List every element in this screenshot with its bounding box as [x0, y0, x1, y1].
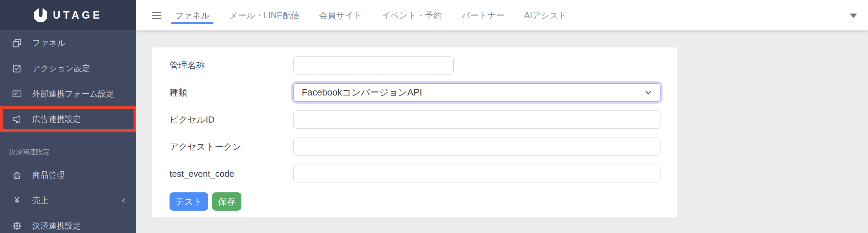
basket-icon — [11, 170, 23, 180]
hamburger-menu-icon[interactable] — [152, 12, 161, 19]
chevron-down-icon — [644, 88, 653, 97]
ad-integration-form-card: 管理名称 種類 FacebookコンバージョンAPI ピクセルID アクセストー… — [152, 47, 677, 217]
tab-mail-line-delivery[interactable]: メール・LINE配信 — [229, 0, 299, 30]
form-row-access-token: アクセストークン — [170, 137, 660, 156]
sidebar-item-label: 決済連携設定 — [32, 220, 81, 231]
user-menu-caret-icon[interactable] — [850, 14, 857, 18]
sidebar-item-label: 外部連携フォーム設定 — [32, 88, 114, 99]
yen-icon: ¥ — [11, 195, 23, 206]
admin-name-input[interactable] — [293, 56, 454, 75]
tab-partner[interactable]: パートナー — [461, 0, 505, 30]
content-area: 管理名称 種類 FacebookコンバージョンAPI ピクセルID アクセストー… — [136, 30, 868, 233]
sidebar-item-payment-integration-settings[interactable]: 決済連携設定 — [0, 213, 136, 233]
test-event-code-input[interactable] — [293, 165, 660, 183]
gear-icon — [11, 221, 23, 231]
form-row-pixel-id: ピクセルID — [170, 110, 660, 129]
sidebar-item-ad-integration-settings[interactable]: 広告連携設定 — [0, 106, 136, 132]
form-buttons: テスト 保存 — [170, 192, 660, 211]
tab-funnel[interactable]: ファネル — [175, 0, 210, 30]
megaphone-icon — [11, 114, 23, 124]
utage-logo-icon — [34, 8, 47, 22]
test-button[interactable]: テスト — [170, 192, 208, 211]
sidebar-item-label: 売上 — [32, 195, 48, 206]
sidebar-item-sales[interactable]: ¥ 売上 — [0, 188, 136, 213]
type-label: 種類 — [170, 87, 293, 99]
copy-icon — [11, 38, 23, 48]
access-token-label: アクセストークン — [170, 141, 293, 153]
main-area: ファネル メール・LINE配信 会員サイト イベント・予約 パートナー AIアシ… — [136, 0, 868, 233]
access-token-input[interactable] — [293, 137, 660, 156]
pixel-id-label: ピクセルID — [170, 114, 293, 126]
sidebar: UTAGE ファネル アクション設定 外部連携フォーム設定 — [0, 0, 136, 233]
save-button[interactable]: 保存 — [212, 192, 241, 211]
top-navigation-bar: ファネル メール・LINE配信 会員サイト イベント・予約 パートナー AIアシ… — [136, 0, 868, 30]
type-select-value: FacebookコンバージョンAPI — [302, 86, 422, 99]
test-event-code-label: test_event_code — [170, 169, 293, 179]
sidebar-item-label: 商品管理 — [32, 170, 65, 181]
sidebar-section-payment: 決済関連設定 — [0, 132, 136, 162]
form-row-admin-name: 管理名称 — [170, 56, 660, 75]
form-row-test-event-code: test_event_code — [170, 165, 660, 183]
sidebar-item-label: ファネル — [32, 38, 65, 48]
sidebar-item-label: アクション設定 — [32, 63, 90, 74]
admin-name-label: 管理名称 — [170, 60, 293, 71]
pixel-id-input[interactable] — [293, 110, 660, 129]
logo-text: UTAGE — [53, 9, 102, 21]
sidebar-item-funnel[interactable]: ファネル — [0, 30, 136, 56]
logo: UTAGE — [0, 0, 136, 30]
form-row-type: 種類 FacebookコンバージョンAPI — [170, 83, 660, 102]
sidebar-item-product-management[interactable]: 商品管理 — [0, 162, 136, 188]
type-select[interactable]: FacebookコンバージョンAPI — [293, 83, 660, 102]
checkbox-icon — [11, 63, 23, 73]
sidebar-item-label: 広告連携設定 — [32, 114, 81, 125]
form-icon — [11, 89, 23, 99]
tab-member-site[interactable]: 会員サイト — [319, 0, 362, 30]
tab-event-reservation[interactable]: イベント・予約 — [382, 0, 442, 30]
chevron-left-icon — [120, 197, 127, 204]
tab-ai-assist[interactable]: AIアシスト — [524, 0, 567, 30]
sidebar-item-action-settings[interactable]: アクション設定 — [0, 56, 136, 81]
sidebar-item-external-form-settings[interactable]: 外部連携フォーム設定 — [0, 81, 136, 106]
top-tabs: ファネル メール・LINE配信 会員サイト イベント・予約 パートナー AIアシ… — [175, 0, 567, 30]
